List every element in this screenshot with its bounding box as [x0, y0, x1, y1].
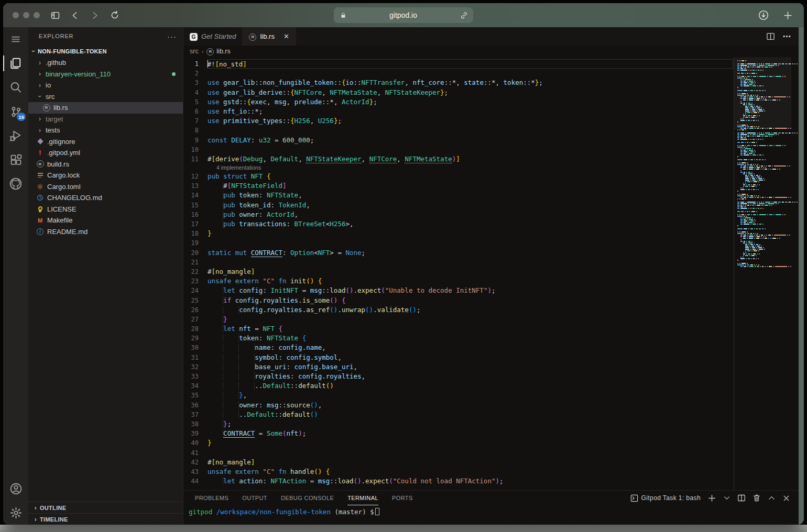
activity-settings-icon[interactable] — [3, 501, 28, 525]
tree-item-src[interactable]: ›src — [28, 91, 183, 103]
code-line-9[interactable]: 9const DELAY: u32 = 600_000; — [183, 136, 734, 145]
editor-tab-lib-rs[interactable]: Rlib.rs✕ — [243, 27, 296, 46]
tree-root-folder[interactable]: ›NON-FUNGIBLE-TOKEN — [28, 45, 183, 57]
reload-icon[interactable] — [106, 7, 124, 23]
panel-tab-output[interactable]: OUTPUT — [242, 491, 267, 505]
tree-item-cargo-lock[interactable]: Cargo.lock — [28, 170, 183, 181]
activity-github-icon[interactable] — [3, 172, 28, 196]
new-terminal-icon[interactable] — [707, 494, 716, 503]
code-line-35[interactable]: 35 }, — [183, 391, 734, 400]
code-line-27[interactable]: 27 } — [183, 315, 734, 324]
forward-icon[interactable] — [86, 7, 104, 23]
code-line-34[interactable]: 34 ..Default::default() — [183, 381, 734, 391]
tree-item-makefile[interactable]: MMakefile — [28, 215, 183, 226]
panel-tab-terminal[interactable]: TERMINAL — [347, 491, 378, 505]
tree-item--gitpod-yml[interactable]: !.gitpod.yml — [28, 147, 183, 159]
code-line-22[interactable]: 22#[no_mangle] — [183, 267, 734, 276]
terminal-picker-icon[interactable] — [723, 494, 730, 502]
maximize-panel-icon[interactable] — [768, 494, 776, 502]
kill-terminal-icon[interactable] — [753, 494, 761, 502]
activity-files-icon[interactable] — [3, 51, 28, 75]
activity-run-debug-icon[interactable] — [3, 124, 28, 148]
code-line-33[interactable]: 33 royalties: config.royalties, — [183, 372, 734, 381]
tree-item-lib-rs[interactable]: Rlib.rs — [28, 102, 183, 114]
code-line-18[interactable]: 18} — [183, 229, 734, 238]
minimap-slider[interactable] — [734, 57, 791, 129]
back-icon[interactable] — [66, 7, 84, 23]
zoom-window-button[interactable] — [34, 12, 40, 18]
code-line-21[interactable]: 21 — [183, 258, 734, 267]
terminal[interactable]: gitpod /workspace/non-fungible-token (ma… — [183, 505, 799, 525]
overview-ruler[interactable] — [791, 57, 799, 490]
address-bar[interactable]: gitpod.io — [334, 7, 473, 23]
more-actions-icon[interactable] — [782, 32, 791, 41]
code-line-19[interactable]: 19 — [183, 238, 734, 248]
activity-source-control-icon[interactable]: 15 — [3, 99, 28, 124]
breadcrumb-file[interactable]: R lib.rs — [206, 47, 230, 56]
code-line-1[interactable]: 1#![no_std] — [183, 59, 734, 69]
code-line-37[interactable]: 37 ..Default::default() — [183, 410, 734, 419]
new-tab-icon[interactable] — [779, 7, 797, 23]
breadcrumb-folder[interactable]: src — [190, 48, 199, 55]
timeline-section[interactable]: › TIMELINE — [28, 513, 183, 525]
code-line-36[interactable]: 36 owner: msg::source(), — [183, 401, 734, 410]
sidebar-toggle-icon[interactable] — [46, 7, 64, 23]
tree-item--gitignore[interactable]: .gitignore — [28, 136, 183, 148]
code-line-44[interactable]: 44 let action: NFTAction = msg::load().e… — [183, 476, 734, 486]
code-line-14[interactable]: 14 pub token: NFTState, — [183, 191, 734, 200]
code-line-25[interactable]: 25 if config.royalties.is_some() { — [183, 296, 734, 305]
code-line-5[interactable]: 5use gstd::{exec, msg, prelude::*, Actor… — [183, 97, 734, 107]
code-line-4[interactable]: 4use gear_lib_derive::{NFTCore, NFTMetaS… — [183, 88, 734, 97]
activity-menu-icon[interactable] — [3, 27, 28, 51]
tree-item--github[interactable]: ›.github — [28, 57, 183, 69]
code-line-17[interactable]: 17 pub transactions: BTreeSet<H256>, — [183, 219, 734, 229]
code-line-29[interactable]: 29 token: NFTState { — [183, 334, 734, 343]
panel-tab-problems[interactable]: PROBLEMS — [195, 491, 228, 505]
explorer-more-actions-button[interactable]: ··· — [167, 32, 177, 41]
breadcrumb[interactable]: src › R lib.rs — [183, 46, 799, 57]
tree-item-cargo-toml[interactable]: Cargo.toml — [28, 181, 183, 193]
code-line-30[interactable]: 30 name: config.name, — [183, 343, 734, 352]
code-line-26[interactable]: 26 config.royalties.as_ref().unwrap().va… — [183, 305, 734, 315]
code-line-43[interactable]: 43unsafe extern "C" fn handle() { — [183, 467, 734, 476]
code-line-7[interactable]: 7use primitive_types::{H256, U256}; — [183, 116, 734, 126]
code-line-42[interactable]: 42#[no_mangle] — [183, 458, 734, 467]
codelens[interactable]: 4 implementations — [183, 164, 734, 172]
code-line-41[interactable]: 41 — [183, 448, 734, 458]
code-line-31[interactable]: 31 symbol: config.symbol, — [183, 353, 734, 362]
code-line-13[interactable]: 13 #[NFTStateField] — [183, 181, 734, 191]
close-tab-icon[interactable]: ✕ — [283, 32, 289, 40]
terminal-task-label[interactable]: Gitpod Task 1: bash — [630, 494, 701, 502]
split-editor-icon[interactable] — [766, 32, 775, 41]
tree-item-tests[interactable]: ›tests — [28, 125, 183, 136]
code-line-16[interactable]: 16 pub owner: ActorId, — [183, 210, 734, 219]
downloads-icon[interactable] — [755, 7, 772, 23]
activity-search-icon[interactable] — [3, 75, 28, 99]
link-icon[interactable] — [460, 7, 468, 23]
code-line-10[interactable]: 10 — [183, 145, 734, 154]
code-line-3[interactable]: 3use gear_lib::non_fungible_token::{io::… — [183, 78, 734, 87]
tree-item-target[interactable]: ›target — [28, 114, 183, 125]
code-line-15[interactable]: 15 pub token_id: TokenId, — [183, 201, 734, 210]
code-line-28[interactable]: 28 let nft = NFT { — [183, 324, 734, 334]
tree-item-build-rs[interactable]: Rbuild.rs — [28, 159, 183, 170]
tree-item-io[interactable]: ›io — [28, 80, 183, 91]
code-line-11[interactable]: 11#[derive(Debug, Default, NFTStateKeepe… — [183, 154, 734, 164]
activity-extensions-icon[interactable] — [3, 148, 28, 172]
code-line-12[interactable]: 12pub struct NFT { — [183, 172, 734, 181]
code-line-32[interactable]: 32 base_uri: config.base_uri, — [183, 362, 734, 372]
window-controls[interactable] — [13, 12, 40, 18]
code-line-6[interactable]: 6use nft_io::*; — [183, 107, 734, 116]
tree-item-changelog-md[interactable]: CHANGELOG.md — [28, 192, 183, 204]
code-line-8[interactable]: 8 — [183, 126, 734, 135]
code-line-23[interactable]: 23unsafe extern "C" fn init() { — [183, 276, 734, 286]
code-line-39[interactable]: 39 CONTRACT = Some(nft); — [183, 429, 734, 438]
code-editor[interactable]: 1#![no_std]23use gear_lib::non_fungible_… — [183, 57, 799, 490]
panel-tab-debug-console[interactable]: DEBUG CONSOLE — [281, 491, 334, 505]
minimize-window-button[interactable] — [23, 12, 29, 18]
tree-item-binaryen-version-110[interactable]: ›binaryen-version_110 — [28, 69, 183, 80]
code-line-38[interactable]: 38 }; — [183, 419, 734, 429]
close-panel-icon[interactable] — [782, 494, 790, 502]
split-terminal-icon[interactable] — [737, 494, 746, 502]
outline-section[interactable]: › OUTLINE — [28, 502, 183, 513]
